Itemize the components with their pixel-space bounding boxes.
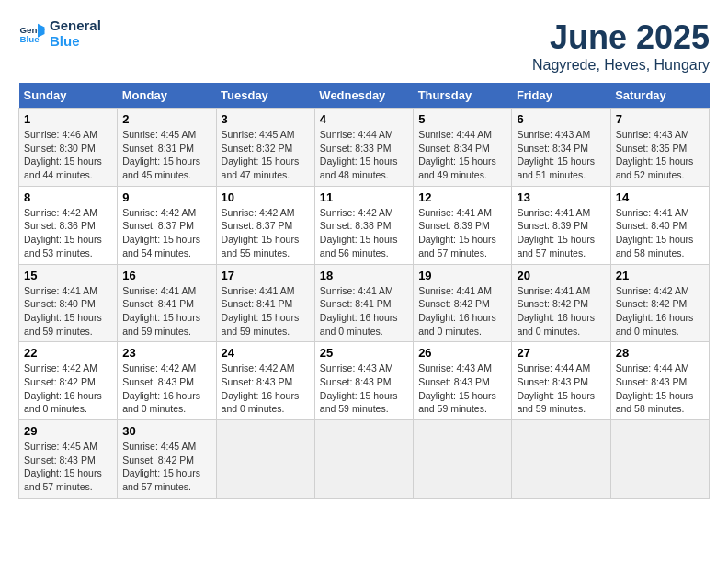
header-cell-wednesday: Wednesday xyxy=(314,83,413,109)
logo-blue: Blue xyxy=(50,34,101,50)
calendar-cell xyxy=(314,420,413,499)
day-info: Sunrise: 4:44 AM Sunset: 8:43 PM Dayligh… xyxy=(517,362,605,416)
day-info: Sunrise: 4:41 AM Sunset: 8:39 PM Dayligh… xyxy=(418,206,506,260)
header-cell-tuesday: Tuesday xyxy=(216,83,314,109)
day-number: 9 xyxy=(122,190,210,204)
day-info: Sunrise: 4:42 AM Sunset: 8:38 PM Dayligh… xyxy=(320,206,408,260)
day-info: Sunrise: 4:44 AM Sunset: 8:34 PM Dayligh… xyxy=(418,128,506,182)
calendar-cell xyxy=(512,420,610,499)
day-info: Sunrise: 4:42 AM Sunset: 8:43 PM Dayligh… xyxy=(222,362,310,416)
calendar-week-row: 22Sunrise: 4:42 AM Sunset: 8:42 PM Dayli… xyxy=(19,342,710,420)
logo: General Blue General Blue xyxy=(18,18,101,49)
calendar-cell: 12Sunrise: 4:41 AM Sunset: 8:39 PM Dayli… xyxy=(414,186,512,264)
calendar-cell: 11Sunrise: 4:42 AM Sunset: 8:38 PM Dayli… xyxy=(314,186,413,264)
calendar-cell: 15Sunrise: 4:41 AM Sunset: 8:40 PM Dayli… xyxy=(19,264,118,342)
day-info: Sunrise: 4:43 AM Sunset: 8:34 PM Dayligh… xyxy=(517,128,605,182)
day-info: Sunrise: 4:44 AM Sunset: 8:33 PM Dayligh… xyxy=(320,128,408,182)
calendar-cell: 18Sunrise: 4:41 AM Sunset: 8:41 PM Dayli… xyxy=(314,264,413,342)
day-info: Sunrise: 4:45 AM Sunset: 8:32 PM Dayligh… xyxy=(222,128,310,182)
day-number: 25 xyxy=(320,346,408,360)
day-info: Sunrise: 4:41 AM Sunset: 8:41 PM Dayligh… xyxy=(222,284,310,339)
day-number: 12 xyxy=(418,190,506,204)
calendar-cell: 22Sunrise: 4:42 AM Sunset: 8:42 PM Dayli… xyxy=(19,342,118,420)
day-info: Sunrise: 4:45 AM Sunset: 8:31 PM Dayligh… xyxy=(122,128,210,182)
day-number: 8 xyxy=(24,190,112,204)
day-info: Sunrise: 4:42 AM Sunset: 8:43 PM Dayligh… xyxy=(122,362,210,416)
day-number: 7 xyxy=(616,112,704,126)
day-number: 5 xyxy=(418,112,506,126)
logo-general: General xyxy=(50,18,101,34)
calendar-cell: 6Sunrise: 4:43 AM Sunset: 8:34 PM Daylig… xyxy=(512,109,610,187)
day-number: 27 xyxy=(517,346,605,360)
calendar-cell: 9Sunrise: 4:42 AM Sunset: 8:37 PM Daylig… xyxy=(118,186,216,264)
calendar-cell: 25Sunrise: 4:43 AM Sunset: 8:43 PM Dayli… xyxy=(314,342,413,420)
day-number: 6 xyxy=(517,112,605,126)
day-number: 21 xyxy=(616,269,704,282)
calendar-cell: 29Sunrise: 4:45 AM Sunset: 8:43 PM Dayli… xyxy=(19,420,118,499)
day-number: 3 xyxy=(222,112,310,126)
calendar-header-row: SundayMondayTuesdayWednesdayThursdayFrid… xyxy=(19,83,710,109)
day-number: 10 xyxy=(222,190,310,204)
day-info: Sunrise: 4:43 AM Sunset: 8:35 PM Dayligh… xyxy=(616,128,704,182)
calendar-cell xyxy=(414,420,512,499)
calendar-cell xyxy=(216,420,314,499)
calendar-cell: 14Sunrise: 4:41 AM Sunset: 8:40 PM Dayli… xyxy=(610,186,709,264)
calendar-cell: 3Sunrise: 4:45 AM Sunset: 8:32 PM Daylig… xyxy=(216,109,314,187)
header-cell-friday: Friday xyxy=(512,83,610,109)
day-number: 28 xyxy=(616,346,704,360)
day-info: Sunrise: 4:41 AM Sunset: 8:40 PM Dayligh… xyxy=(616,206,704,260)
logo-icon: General Blue xyxy=(18,20,46,48)
calendar-cell: 17Sunrise: 4:41 AM Sunset: 8:41 PM Dayli… xyxy=(216,264,314,342)
day-number: 19 xyxy=(418,269,506,282)
day-number: 23 xyxy=(122,346,210,360)
calendar-week-row: 8Sunrise: 4:42 AM Sunset: 8:36 PM Daylig… xyxy=(19,186,710,264)
calendar-cell xyxy=(610,420,709,499)
day-info: Sunrise: 4:46 AM Sunset: 8:30 PM Dayligh… xyxy=(24,128,112,182)
day-info: Sunrise: 4:41 AM Sunset: 8:41 PM Dayligh… xyxy=(122,284,210,339)
header-cell-thursday: Thursday xyxy=(414,83,512,109)
calendar-week-row: 29Sunrise: 4:45 AM Sunset: 8:43 PM Dayli… xyxy=(19,420,710,499)
day-number: 11 xyxy=(320,190,408,204)
title-area: June 2025 Nagyrede, Heves, Hungary xyxy=(532,18,710,74)
calendar-cell: 5Sunrise: 4:44 AM Sunset: 8:34 PM Daylig… xyxy=(414,109,512,187)
day-number: 29 xyxy=(24,424,112,438)
day-number: 1 xyxy=(24,112,112,126)
day-number: 18 xyxy=(320,269,408,282)
calendar-cell: 23Sunrise: 4:42 AM Sunset: 8:43 PM Dayli… xyxy=(118,342,216,420)
calendar-cell: 1Sunrise: 4:46 AM Sunset: 8:30 PM Daylig… xyxy=(19,109,118,187)
calendar-cell: 20Sunrise: 4:41 AM Sunset: 8:42 PM Dayli… xyxy=(512,264,610,342)
calendar-cell: 10Sunrise: 4:42 AM Sunset: 8:37 PM Dayli… xyxy=(216,186,314,264)
day-info: Sunrise: 4:41 AM Sunset: 8:40 PM Dayligh… xyxy=(24,284,112,339)
calendar-table: SundayMondayTuesdayWednesdayThursdayFrid… xyxy=(18,83,710,499)
day-number: 4 xyxy=(320,112,408,126)
day-number: 13 xyxy=(517,190,605,204)
day-number: 22 xyxy=(24,346,112,360)
sub-title: Nagyrede, Heves, Hungary xyxy=(532,57,710,74)
calendar-cell: 2Sunrise: 4:45 AM Sunset: 8:31 PM Daylig… xyxy=(118,109,216,187)
calendar-cell: 4Sunrise: 4:44 AM Sunset: 8:33 PM Daylig… xyxy=(314,109,413,187)
day-number: 16 xyxy=(122,269,210,282)
day-number: 26 xyxy=(418,346,506,360)
calendar-cell: 8Sunrise: 4:42 AM Sunset: 8:36 PM Daylig… xyxy=(19,186,118,264)
day-number: 24 xyxy=(222,346,310,360)
calendar-body: 1Sunrise: 4:46 AM Sunset: 8:30 PM Daylig… xyxy=(19,109,710,499)
calendar-cell: 13Sunrise: 4:41 AM Sunset: 8:39 PM Dayli… xyxy=(512,186,610,264)
header: General Blue General Blue June 2025 Nagy… xyxy=(18,18,710,74)
main-title: June 2025 xyxy=(532,18,710,57)
day-info: Sunrise: 4:42 AM Sunset: 8:37 PM Dayligh… xyxy=(222,206,310,260)
calendar-week-row: 15Sunrise: 4:41 AM Sunset: 8:40 PM Dayli… xyxy=(19,264,710,342)
day-info: Sunrise: 4:42 AM Sunset: 8:37 PM Dayligh… xyxy=(122,206,210,260)
day-info: Sunrise: 4:42 AM Sunset: 8:36 PM Dayligh… xyxy=(24,206,112,260)
day-info: Sunrise: 4:43 AM Sunset: 8:43 PM Dayligh… xyxy=(418,362,506,416)
calendar-cell: 30Sunrise: 4:45 AM Sunset: 8:42 PM Dayli… xyxy=(118,420,216,499)
day-info: Sunrise: 4:41 AM Sunset: 8:39 PM Dayligh… xyxy=(517,206,605,260)
header-cell-saturday: Saturday xyxy=(610,83,709,109)
calendar-cell: 26Sunrise: 4:43 AM Sunset: 8:43 PM Dayli… xyxy=(414,342,512,420)
svg-text:Blue: Blue xyxy=(20,34,40,44)
calendar-cell: 16Sunrise: 4:41 AM Sunset: 8:41 PM Dayli… xyxy=(118,264,216,342)
day-info: Sunrise: 4:44 AM Sunset: 8:43 PM Dayligh… xyxy=(616,362,704,416)
day-info: Sunrise: 4:41 AM Sunset: 8:42 PM Dayligh… xyxy=(418,284,506,339)
calendar-cell: 19Sunrise: 4:41 AM Sunset: 8:42 PM Dayli… xyxy=(414,264,512,342)
calendar-cell: 7Sunrise: 4:43 AM Sunset: 8:35 PM Daylig… xyxy=(610,109,709,187)
calendar-cell: 28Sunrise: 4:44 AM Sunset: 8:43 PM Dayli… xyxy=(610,342,709,420)
